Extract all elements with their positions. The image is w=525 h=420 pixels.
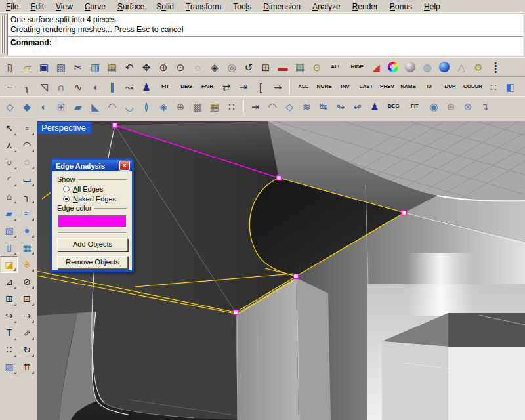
shaded-view-button[interactable]	[402, 59, 418, 75]
cut-button[interactable]: ✂	[70, 59, 86, 75]
radio-all-edges[interactable]: All Edges	[63, 185, 127, 193]
srf-region-button[interactable]: ⊕	[443, 98, 459, 114]
extrude-tool[interactable]: ⇈	[18, 358, 35, 375]
select-by-id-button[interactable]: ID	[419, 79, 439, 94]
select-invert-button[interactable]: INV	[335, 79, 355, 94]
copy-button[interactable]: ▥	[87, 59, 103, 75]
save-file-button[interactable]: ▣	[36, 59, 52, 75]
viewport-layout-button[interactable]: ⊞	[258, 59, 274, 75]
control-cage-button[interactable]: ∷	[224, 98, 240, 114]
cylinder-tool[interactable]: ▯	[1, 239, 18, 256]
rendered-view-button[interactable]	[436, 59, 452, 75]
select-all-objects-button[interactable]: ALL	[326, 59, 346, 75]
fair-curve-button[interactable]: FAIR	[198, 79, 217, 94]
sketch-curve-button[interactable]: ∿	[70, 79, 86, 94]
rotate-view-button[interactable]: ⊕	[156, 59, 171, 75]
move-point-tool[interactable]: ⇗	[18, 324, 35, 341]
mesh-button[interactable]: ▦	[207, 98, 222, 114]
swap-uv-button[interactable]: ↹	[316, 98, 331, 114]
srf-fit-button[interactable]: FIT	[405, 98, 425, 114]
fold-surface-button[interactable]: ◇	[282, 98, 297, 114]
srf-sphere-button[interactable]: ◐	[36, 98, 52, 114]
color-wheel-button[interactable]	[385, 59, 401, 75]
fit-curve-button[interactable]: FIT	[156, 79, 175, 94]
handlebar-editor-button[interactable]: ⇝	[270, 79, 285, 94]
paste-button[interactable]: ▦	[104, 59, 120, 75]
linetype-button[interactable]: ╌	[2, 79, 18, 94]
srf-shade-button[interactable]: ▩	[190, 98, 205, 114]
menu-bonus[interactable]: Bonus	[384, 1, 418, 12]
menu-surface[interactable]: Surface	[112, 1, 150, 12]
rebuild-curve-button[interactable]: ♟	[138, 79, 154, 94]
curve-tool[interactable]: ◠	[18, 136, 35, 154]
srf-plane-button[interactable]: ⊞	[53, 98, 69, 114]
insert-knot-button[interactable]: ⇥	[236, 79, 251, 94]
select-by-name-button[interactable]: NAME	[398, 79, 418, 94]
surface-tool[interactable]: ▰	[1, 205, 18, 222]
select-volume-button[interactable]: ◧	[503, 79, 518, 94]
select-by-color-button[interactable]: COLOR	[461, 79, 484, 94]
remove-objects-button[interactable]: Remove Objects	[57, 256, 128, 269]
trim-curve-button[interactable]: ◖	[87, 79, 103, 94]
offset-surface-button[interactable]: ⇥	[247, 98, 263, 114]
menu-dimension[interactable]: Dimension	[257, 1, 306, 12]
radio-icon[interactable]	[63, 196, 70, 202]
extend-tool[interactable]: ↪	[1, 307, 18, 324]
trim-tool[interactable]: ⊿	[1, 273, 18, 290]
srf-patch-button[interactable]: ◣	[87, 98, 103, 114]
menu-view[interactable]: View	[50, 1, 79, 12]
text-tool[interactable]: T	[1, 324, 18, 341]
zoom-selected-button[interactable]: ◎	[224, 59, 240, 75]
menu-transform[interactable]: Transform	[180, 1, 227, 12]
split-tool[interactable]: ⊘	[18, 273, 35, 290]
srf-loft-button[interactable]: ≬	[138, 98, 154, 114]
select-previous-button[interactable]: PREV	[377, 79, 397, 94]
close-icon[interactable]: ×	[119, 161, 130, 171]
reverse-curve-button[interactable]: ⇄	[219, 79, 234, 94]
offset-tool[interactable]: ⇢	[18, 307, 35, 324]
reverse-u-button[interactable]: ↬	[333, 98, 348, 114]
perspective-viewport[interactable]: Perspective	[37, 121, 525, 420]
rotate-tool[interactable]: ↻	[18, 341, 35, 358]
srf-hook-button[interactable]: ↴	[477, 98, 493, 114]
flow-surface-button[interactable]: ≋	[299, 98, 314, 114]
mesh-box-tool[interactable]: ▦	[18, 239, 35, 256]
edit-point-button[interactable]: ↝	[121, 79, 137, 94]
zoom-dynamic-button[interactable]: ⊙	[173, 59, 188, 75]
srf-target-button[interactable]: ◉	[426, 98, 442, 114]
blend-corner-button[interactable]: ∩	[53, 79, 69, 94]
match-curve-button[interactable]: [	[253, 79, 268, 94]
select-duplicates-button[interactable]: DUP	[440, 79, 460, 94]
viewport-title[interactable]: Perspective	[38, 122, 91, 134]
zoom-extents-button[interactable]: ◈	[207, 59, 222, 75]
pointer-tool[interactable]: ↖	[1, 119, 18, 136]
srf-blend-button[interactable]: ◠	[104, 98, 120, 114]
named-view-button[interactable]: ┋	[488, 59, 503, 75]
undo-button[interactable]: ↶	[121, 59, 137, 75]
arc-tool[interactable]: ◜	[1, 171, 18, 188]
offset-curve-button[interactable]: ∥	[104, 79, 120, 94]
reverse-v-button[interactable]: ↫	[350, 98, 366, 114]
fillet-corner-button[interactable]: ╮	[19, 79, 35, 94]
select-all-button[interactable]: ALL	[293, 79, 313, 94]
box-tool[interactable]: ▧	[1, 222, 18, 239]
select-last-button[interactable]: LAST	[356, 79, 376, 94]
ellipse-tool[interactable]: ◌	[18, 154, 35, 171]
zoom-window-button[interactable]: ◌	[190, 59, 205, 75]
menu-render[interactable]: Render	[346, 1, 384, 12]
menu-help[interactable]: Help	[418, 1, 446, 12]
sphere-tool[interactable]: ●	[18, 222, 35, 239]
rectangle-tool[interactable]: ▭	[18, 171, 35, 188]
point-tool[interactable]: ▫	[18, 119, 35, 136]
change-degree-button[interactable]: DEG	[177, 79, 196, 94]
menu-solid[interactable]: Solid	[150, 1, 180, 12]
layer-gradient-tool[interactable]: ▨	[1, 358, 18, 375]
circle-tool[interactable]: ○	[1, 154, 18, 171]
menu-file[interactable]: File	[0, 1, 24, 12]
command-area-grip[interactable]	[1, 15, 6, 53]
menu-analyze[interactable]: Analyze	[306, 1, 346, 12]
srf-quad-button[interactable]: ⊕	[173, 98, 188, 114]
undo-view-button[interactable]: ↺	[241, 59, 257, 75]
polyline-tool[interactable]: ⋏	[1, 136, 18, 154]
options-gears-button[interactable]: ⚙	[471, 59, 486, 75]
